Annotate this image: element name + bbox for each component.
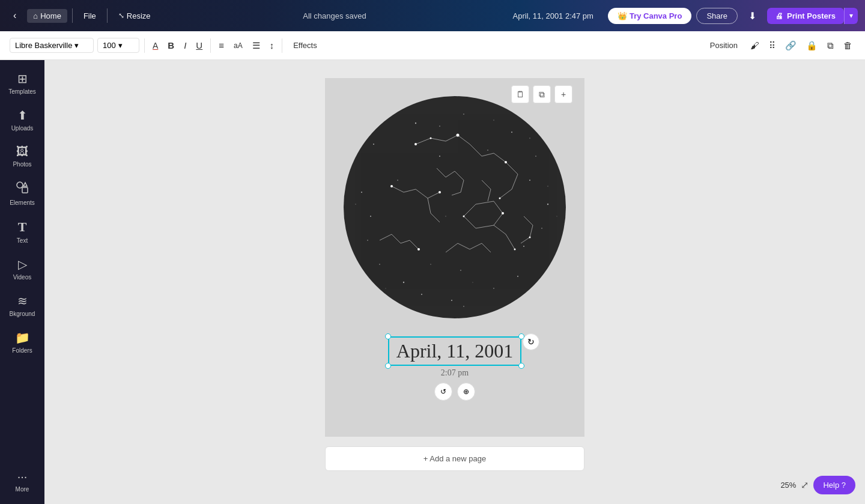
italic-button[interactable]: I [181,37,189,53]
uploads-label: Uploads [11,125,34,132]
svg-point-47 [529,138,530,139]
home-button[interactable]: ⌂ Home [27,9,67,23]
bold-icon: B [168,40,174,50]
duplicate-button[interactable]: ⧉ [824,37,837,54]
svg-point-38 [472,282,473,282]
sidebar-item-elements[interactable]: Elements [0,175,44,212]
style-copy-button[interactable]: 🖌 [747,37,762,53]
resize-label: Resize [127,11,151,20]
svg-point-36 [445,216,446,216]
back-button[interactable]: ‹ [7,8,22,23]
handle-bottom-left[interactable] [385,363,391,369]
print-posters-button[interactable]: 🖨 Print Posters [767,8,844,24]
rotate-handle[interactable]: ↻ [523,333,539,350]
text-color-icon: A [153,41,158,50]
templates-label: Templates [8,88,36,95]
sidebar-item-uploads[interactable]: ⬆ Uploads [0,102,44,138]
delete-button[interactable]: 🗑 [840,37,855,53]
style-icon: 🖌 [750,40,759,50]
sidebar-item-background[interactable]: ≋ Bkground [0,288,44,323]
font-family-selector[interactable]: Libre Baskerville ▾ [10,38,94,53]
date-text[interactable]: April, 11, 2001 [388,336,521,366]
svg-point-23 [370,216,371,217]
svg-point-29 [390,185,393,187]
zoom-level: 25% [780,481,796,490]
toolbar-separator3 [282,38,282,53]
text-controls: ↺ ⊕ [388,383,521,401]
sidebar-item-more[interactable]: ··· More [0,464,44,499]
text-label: Text [17,237,28,244]
add-page-button[interactable]: + Add a new page [325,446,584,471]
text-case-button[interactable]: aA [231,38,246,53]
sidebar-item-photos[interactable]: 🖼 Photos [0,139,44,174]
print-icon: 🖨 [775,11,783,20]
sidebar-item-folders[interactable]: 📁 Folders [0,324,44,360]
add-page-label: + Add a new page [423,454,486,463]
svg-point-34 [417,248,420,250]
separator2 [107,8,108,23]
bottom-controls: 25% ⤢ Help ? [780,476,855,494]
font-family-value: Libre Baskerville [15,41,72,50]
underline-button[interactable]: U [193,37,205,53]
sidebar-item-text[interactable]: T Text [0,213,44,250]
background-label: Bkground [10,311,35,317]
svg-point-25 [430,138,432,139]
svg-point-11 [403,282,404,283]
expand-button[interactable]: ⤢ [801,479,809,491]
position-button[interactable]: Position [704,38,744,53]
dropdown-arrow: ▾ [74,41,79,50]
svg-point-39 [430,264,431,265]
svg-point-12 [367,240,368,241]
text-style-button[interactable]: ↺ [434,383,452,401]
handle-top-left[interactable] [385,333,391,339]
help-button[interactable]: Help ? [813,476,855,494]
effects-button[interactable]: Effects [287,38,323,53]
file-button[interactable]: File [77,9,102,23]
resize-button[interactable]: ⤡ Resize [112,9,157,23]
download-icon: ⬇ [748,11,756,21]
sidebar-item-videos[interactable]: ▷ Videos [0,251,44,287]
download-button[interactable]: ⬇ [742,7,762,25]
text-color-button[interactable]: A [150,38,161,53]
svg-point-26 [457,134,460,137]
time-text[interactable]: 2:07 pm [388,368,521,378]
spacing-icon: ↕ [270,40,275,50]
text-align-button[interactable]: ≡ [216,37,227,53]
effects-label: Effects [293,41,317,50]
print-dropdown-button[interactable]: ▾ [844,8,858,24]
link-icon: 🔗 [785,40,797,51]
resize-icon: ⤡ [118,11,124,20]
canvas-area[interactable]: 🗒 ⧉ + [44,60,865,504]
svg-point-4 [463,114,464,115]
folders-icon: 📁 [15,330,30,345]
svg-point-24 [414,143,417,145]
text-toolbar: Libre Baskerville ▾ 100 ▾ A B I U ≡ aA ☰… [0,31,865,60]
line-spacing-button[interactable]: ↕ [267,37,278,53]
svg-point-31 [463,216,465,217]
link-button[interactable]: 🔗 [782,37,800,54]
list-icon: ☰ [252,40,260,51]
more-icon: ··· [17,470,28,484]
handle-bottom-right[interactable] [518,363,524,369]
grid-view-button[interactable]: ⠿ [766,37,778,54]
background-icon: ≋ [17,294,28,308]
svg-point-6 [535,156,536,157]
svg-point-35 [529,237,531,238]
lock-button[interactable]: 🔒 [803,37,821,54]
text-move-button[interactable]: ⊕ [457,383,475,401]
svg-point-19 [517,276,518,277]
svg-point-7 [547,204,548,205]
more-label: More [16,486,29,493]
bold-button[interactable]: B [165,37,177,53]
share-button[interactable]: Share [696,8,738,24]
svg-point-5 [511,132,512,133]
sidebar-item-templates[interactable]: ⊞ Templates [0,65,44,101]
svg-point-10 [451,300,452,301]
svg-point-30 [439,191,441,193]
font-size-selector[interactable]: 100 ▾ [97,38,139,53]
try-pro-button[interactable]: 👑 Try Canva Pro [608,8,691,24]
share-label: Share [706,11,727,20]
list-button[interactable]: ☰ [249,37,263,54]
svg-point-13 [361,192,362,193]
svg-point-40 [547,186,548,186]
